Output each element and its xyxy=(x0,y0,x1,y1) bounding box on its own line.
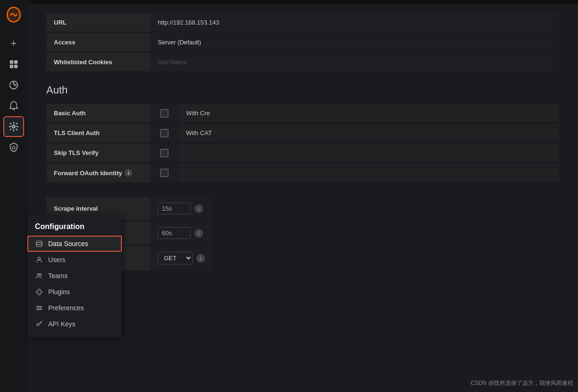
http-method-select-wrapper: GET POST xyxy=(158,252,193,264)
svg-point-20 xyxy=(37,324,39,326)
users-label: Users xyxy=(48,256,66,264)
database-icon xyxy=(35,239,43,248)
skip-tls-checkbox-cell xyxy=(150,144,178,162)
url-value[interactable]: http://192.168.153.143 xyxy=(150,13,559,32)
http-method-select[interactable]: GET POST xyxy=(158,252,193,264)
svg-rect-3 xyxy=(10,60,13,64)
user-icon xyxy=(35,256,43,264)
tls-client-auth-checkbox-cell xyxy=(150,124,178,143)
basic-auth-checkbox[interactable] xyxy=(160,109,169,118)
scrape-interval-input[interactable] xyxy=(158,203,191,214)
access-label: Access xyxy=(46,33,150,52)
scrape-interval-info-icon[interactable]: i xyxy=(195,205,203,213)
svg-point-13 xyxy=(40,273,42,275)
svg-rect-4 xyxy=(14,60,17,64)
forward-oauth-checkbox[interactable] xyxy=(160,169,169,177)
scrape-interval-value-cell: i xyxy=(150,197,211,221)
teams-label: Teams xyxy=(48,272,68,280)
data-sources-label: Data Sources xyxy=(48,240,88,247)
query-timeout-input[interactable] xyxy=(158,227,191,239)
dashboards-button[interactable] xyxy=(4,55,23,74)
svg-point-11 xyxy=(38,257,40,260)
http-method-value-cell: GET POST i xyxy=(150,246,212,271)
whitelisted-cookies-placeholder: Add Name xyxy=(158,59,187,66)
whitelisted-cookies-input[interactable]: Add Name xyxy=(150,53,559,72)
with-cat-cell: With CAT xyxy=(178,124,559,143)
add-button[interactable]: + xyxy=(4,34,23,53)
api-keys-label: API Keys xyxy=(48,320,76,328)
with-cre-cell: With Cre xyxy=(178,104,559,123)
svg-point-9 xyxy=(12,146,15,149)
explore-button[interactable] xyxy=(4,76,23,94)
skip-tls-extra xyxy=(178,144,559,162)
plugins-menu-item[interactable]: Plugins xyxy=(27,284,122,300)
svg-point-1 xyxy=(10,14,12,16)
forward-oauth-checkbox-cell xyxy=(150,163,178,183)
auth-heading: Auth xyxy=(46,73,559,104)
url-label: URL xyxy=(46,13,150,32)
configuration-panel: Configuration Data Sources Users xyxy=(27,215,122,338)
preferences-menu-item[interactable]: Preferences xyxy=(27,300,122,316)
svg-rect-5 xyxy=(10,65,13,68)
access-value[interactable]: Server (Default) xyxy=(150,33,559,52)
alerting-button[interactable] xyxy=(4,96,23,115)
tls-client-auth-checkbox[interactable] xyxy=(160,129,169,137)
svg-point-12 xyxy=(37,273,39,275)
skip-tls-label: Skip TLS Verify xyxy=(46,144,150,162)
http-method-row: HTTP Method GET POST i xyxy=(46,246,559,271)
http-method-info-icon[interactable]: i xyxy=(196,254,205,263)
watermark: CSDN @既然选择了远方，我便风雨兼程 xyxy=(470,379,573,387)
teams-icon xyxy=(35,272,43,280)
configuration-button[interactable] xyxy=(4,117,23,136)
query-timeout-row: Query timeout i xyxy=(46,222,559,245)
svg-point-10 xyxy=(36,241,42,243)
config-panel-title: Configuration xyxy=(27,221,122,236)
forward-oauth-row: Forward OAuth Identity i xyxy=(46,163,559,183)
skip-tls-row: Skip TLS Verify xyxy=(46,144,559,162)
query-timeout-info-icon[interactable]: i xyxy=(195,229,203,238)
api-keys-menu-item[interactable]: API Keys xyxy=(27,316,122,332)
url-row: URL http://192.168.153.143 xyxy=(46,13,559,32)
api-keys-icon xyxy=(35,320,43,328)
scrape-interval-row: Scrape interval i xyxy=(46,197,559,221)
svg-point-2 xyxy=(16,14,17,16)
whitelisted-cookies-label: Whitelisted Cookies xyxy=(46,53,150,72)
shield-button[interactable] xyxy=(4,138,23,157)
with-cre-label: With Cre xyxy=(186,110,210,117)
basic-auth-row: Basic Auth With Cre xyxy=(46,104,559,123)
data-sources-menu-item[interactable]: Data Sources xyxy=(27,236,122,252)
whitelisted-cookies-row: Whitelisted Cookies Add Name xyxy=(46,53,559,72)
preferences-icon xyxy=(35,304,43,312)
teams-menu-item[interactable]: Teams xyxy=(27,268,122,284)
forward-oauth-label: Forward OAuth Identity i xyxy=(46,163,150,183)
svg-rect-6 xyxy=(14,65,17,68)
skip-tls-checkbox[interactable] xyxy=(160,149,169,157)
users-menu-item[interactable]: Users xyxy=(27,252,122,268)
tls-client-auth-label: TLS Client Auth xyxy=(46,124,150,143)
tls-client-auth-row: TLS Client Auth With CAT xyxy=(46,124,559,143)
svg-point-19 xyxy=(38,309,39,310)
sidebar: + xyxy=(0,0,27,392)
grafana-logo[interactable] xyxy=(5,6,23,24)
with-cat-label: With CAT xyxy=(186,129,212,136)
svg-point-17 xyxy=(37,306,38,307)
preferences-label: Preferences xyxy=(48,304,84,312)
svg-point-8 xyxy=(12,125,15,128)
access-row: Access Server (Default) xyxy=(46,33,559,52)
plugins-icon xyxy=(35,288,43,296)
plugins-label: Plugins xyxy=(48,288,70,296)
basic-auth-checkbox-cell xyxy=(150,104,178,123)
forward-oauth-info-icon[interactable]: i xyxy=(125,169,132,177)
query-timeout-value-cell: i xyxy=(150,222,211,245)
forward-oauth-extra xyxy=(178,163,559,183)
basic-auth-label: Basic Auth xyxy=(46,104,150,123)
svg-point-18 xyxy=(40,307,41,309)
